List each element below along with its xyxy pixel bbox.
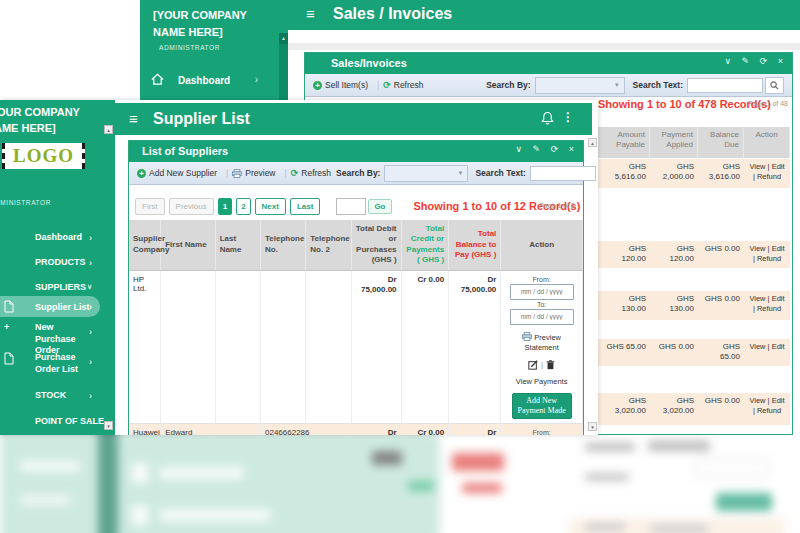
pin-icon[interactable]: ✎ [533,144,542,154]
refresh-icon[interactable]: ⟳ [760,56,769,66]
collapse-icon[interactable]: ∨ [725,56,733,66]
screenshot-stage: [YOUR COMPANY NAME HERE] ADMINISTRATOR D… [0,0,800,533]
to-date-input[interactable] [510,309,574,325]
amount-payable-cell: GHS 130.00 [598,291,650,320]
panel-title: List of Suppliers [142,145,228,157]
scroll-up-icon[interactable]: ▲ [588,138,597,147]
next-page-button[interactable]: Next [255,198,286,215]
balance-due-cell: GHS 0.00 [698,291,744,320]
preview-label: Preview [245,168,275,178]
plus-icon: + [137,169,146,178]
total-credit-cell: Cr 0.00 [401,270,449,423]
invoices-table: Amount Payable Payment Applied Balance D… [598,127,790,425]
scroll-down-icon[interactable]: ▼ [104,421,113,430]
refresh-button[interactable]: ⟳ Refresh [383,80,423,90]
from-date-input[interactable] [510,284,574,300]
user-role: ADMINISTRATOR [0,199,115,206]
last-page-button[interactable]: Last [290,198,320,215]
scroll-down-icon[interactable]: ▼ [588,422,597,431]
balance-due-cell: GHS 65.00 [698,339,744,366]
table-row: GHS 65.00 GHS 0.00 GHS 65.00 View | Edit [598,339,790,366]
chevron-right-icon: › [89,357,92,367]
preview-statement-link[interactable]: Preview Statement [511,332,573,354]
refresh-icon: ⟳ [291,168,299,178]
delete-icon[interactable] [546,360,555,370]
collapse-icon[interactable]: ∨ [516,144,524,154]
supplier-list-window: [YOUR COMPANY NAME HERE] LOGO ADMINISTRA… [0,100,598,435]
search-by-select[interactable]: ▼ [535,77,625,94]
sidebar-item-supplier-list[interactable]: Supplier List › [0,296,100,317]
panel-header: Sales/Invoices ∨ ✎ ⟳ × [305,53,792,74]
edit-icon[interactable] [528,360,538,370]
front-sidebar: [YOUR COMPANY NAME HERE] LOGO ADMINISTRA… [0,100,115,435]
item-label: Purchase Order List [35,352,90,375]
add-new-payment-button[interactable]: Add New Payment Made [512,393,572,419]
page-2-button[interactable]: 2 [236,198,250,215]
printer-icon [232,169,242,178]
preview-button[interactable]: Preview [232,168,275,178]
payment-applied-cell: GHS 0.00 [650,339,698,366]
front-page-title: Supplier List [153,110,250,128]
scroll-up-icon[interactable]: ▲ [104,125,113,134]
to-label: To: [537,301,546,308]
search-text-input[interactable] [687,78,763,93]
refresh-label: Refresh [394,80,424,90]
col-balance-due: Balance Due [698,127,744,158]
front-main-area: ≡ Supplier List ⋮ List of Suppliers ∨ ✎ … [115,100,598,435]
bell-icon[interactable] [541,111,554,130]
chevron-right-icon: › [89,327,92,337]
col-telephone-no: Telephone No. [260,220,305,270]
go-to-page-input[interactable] [336,198,366,215]
first-name-cell [161,270,215,423]
payment-applied-cell: GHS 130.00 [650,291,698,320]
item-label: POINT OF SALE [35,416,105,428]
row-actions[interactable]: View | Edit | Refund [744,159,790,188]
total-debit-cell: Dr 75,000.00 [351,270,401,423]
amount-payable-cell: GHS 120.00 [598,241,650,268]
refresh-icon[interactable]: ⟳ [551,144,560,154]
front-top-bar: ≡ Supplier List ⋮ [115,103,592,135]
col-total-debit: Total Debit or Purchases (GHS ) [351,220,401,270]
row-actions[interactable]: View | Edit | Refund [744,241,790,268]
amount-payable-cell: GHS 3,020.00 [598,393,650,425]
col-telephone-no-2: Telephone No. 2 [306,220,351,270]
search-button[interactable] [765,77,784,94]
toolbar-separator: | [377,80,379,90]
previous-page-button[interactable]: Previous [169,198,214,215]
company-name: [YOUR COMPANY NAME HERE] [0,100,111,137]
col-amount-payable: Amount Payable [598,127,650,158]
from-label: From: [533,429,551,435]
search-text-input[interactable] [530,166,596,181]
go-button[interactable]: Go [368,199,391,214]
search-by-label: Search By: [486,80,530,90]
item-label: STOCK [35,390,90,402]
scroll-up-icon[interactable]: ▲ [279,33,288,44]
item-label: PRODUCTS [35,257,90,269]
panel-toolbar: + Sell Item(s) | ⟳ Refresh Search By: ▼ … [305,74,792,97]
icon-separator: | [541,360,543,369]
close-icon[interactable]: × [778,56,784,66]
view-payments-link[interactable]: View Payments [516,377,568,386]
row-actions[interactable]: View | Edit | Refund [744,393,790,425]
back-page-title: Sales / Invoices [333,5,452,23]
invoices-table-header: Amount Payable Payment Applied Balance D… [598,127,790,158]
telephone-cell: 0246662286 [260,423,305,435]
page-info: Page 1 of 2 [539,202,575,209]
menu-icon[interactable]: ≡ [306,5,315,22]
record-count-text: Showing 1 to 10 of 478 Record(s) [598,98,771,110]
breadcrumb-strip [288,43,800,50]
sidebar-item-dashboard[interactable]: Dashboard › [140,72,288,90]
first-page-button[interactable]: First [135,198,165,215]
row-actions[interactable]: View | Edit | Refund [744,291,790,320]
pin-icon[interactable]: ✎ [742,56,751,66]
row-actions[interactable]: View | Edit [744,339,790,366]
sell-items-button[interactable]: + Sell Item(s) [313,80,368,90]
add-new-supplier-button[interactable]: + Add New Supplier [137,168,217,178]
menu-icon[interactable]: ≡ [129,110,138,127]
supplier-row: Huawei Edward 0246662286 Dr 50,000.00 Cr… [129,423,583,435]
close-icon[interactable]: × [569,144,575,154]
page-1-button[interactable]: 1 [218,198,232,215]
options-menu-icon[interactable]: ⋮ [562,110,574,124]
search-by-select[interactable]: ▼ [384,165,468,182]
refresh-button[interactable]: ⟳ Refresh [291,168,331,178]
